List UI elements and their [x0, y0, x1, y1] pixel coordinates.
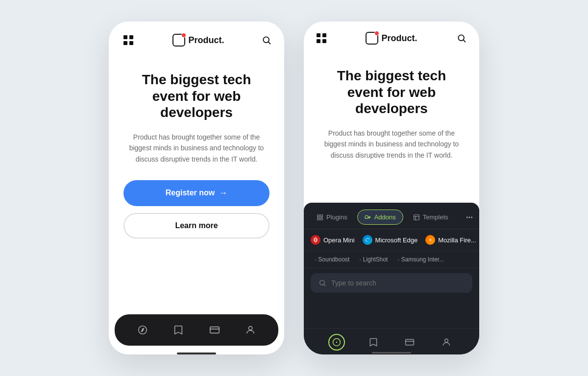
links-row: › Soundboost › LightShot › Samsung Inter…	[304, 251, 479, 268]
link-soundboost[interactable]: › Soundboost	[311, 256, 353, 263]
overlay-nav-card[interactable]	[401, 334, 418, 351]
search-input-overlay[interactable]	[331, 279, 465, 287]
svg-rect-11	[320, 214, 322, 216]
browser-opera[interactable]: Opera Mini	[311, 235, 355, 245]
compass-icon-left	[137, 325, 148, 335]
browser-edge[interactable]: Microsoft Edge	[363, 235, 418, 245]
register-arrow-left: →	[219, 188, 227, 198]
edge-label: Microsoft Edge	[375, 236, 418, 244]
menu-button-left[interactable]	[120, 31, 137, 49]
nav-compass-left[interactable]	[134, 321, 151, 339]
logo-icon-right	[366, 32, 378, 45]
register-button-left[interactable]: Register now →	[123, 180, 270, 206]
tab-plugins[interactable]: Plugins	[310, 210, 354, 224]
home-bar-left	[177, 352, 216, 354]
top-bar-right: Product.	[304, 22, 479, 53]
firefox-logo	[425, 235, 435, 245]
description-left: Product has brought together some of the…	[128, 132, 265, 164]
svg-point-23	[429, 239, 432, 241]
samsung-label: Samsung Inter...	[401, 256, 444, 263]
chevron-soundboost: ›	[315, 257, 316, 262]
svg-point-4	[142, 329, 143, 330]
headline-left: The biggest tech event for web developer…	[123, 71, 270, 121]
nav-person-left[interactable]	[242, 321, 259, 339]
logo-text-right: Product.	[381, 33, 417, 44]
svg-rect-12	[318, 218, 319, 220]
svg-line-25	[324, 284, 325, 286]
svg-rect-28	[406, 339, 414, 345]
content-left: The biggest tech event for web developer…	[109, 57, 284, 306]
search-icon-overlay	[318, 279, 326, 287]
overlay-bottom-nav	[304, 329, 479, 354]
compass-icon-right	[332, 337, 342, 347]
firefox-icon	[427, 237, 433, 243]
nav-card-left[interactable]	[206, 321, 223, 339]
svg-line-9	[464, 40, 466, 42]
chevron-samsung: ›	[397, 257, 399, 262]
svg-line-1	[269, 42, 270, 44]
svg-point-26	[333, 339, 341, 346]
svg-point-18	[466, 217, 467, 218]
link-samsung[interactable]: › Samsung Inter...	[393, 256, 448, 263]
tab-plugins-label: Plugins	[326, 213, 347, 221]
tab-addons[interactable]: Addons	[357, 210, 403, 225]
menu-button-right[interactable]	[315, 31, 328, 45]
overlay-nav-compass[interactable]	[328, 334, 345, 351]
logo-right: Product.	[366, 32, 417, 45]
tab-addons-label: Addons	[374, 213, 396, 221]
bookmark-icon-right	[368, 337, 378, 347]
search-button-left[interactable]	[260, 33, 273, 47]
nav-bookmark-left[interactable]	[170, 321, 187, 339]
svg-point-20	[471, 217, 472, 218]
edge-logo	[363, 235, 372, 245]
more-options-icon	[466, 213, 473, 221]
svg-rect-10	[318, 214, 319, 216]
logo-left: Product.	[172, 34, 224, 47]
left-phone: Product. The biggest tech event for web …	[109, 22, 284, 354]
svg-point-24	[320, 281, 324, 285]
browser-firefox[interactable]: Mozilla Fire...	[425, 235, 476, 245]
learn-more-label-left: Learn more	[175, 221, 218, 230]
svg-point-19	[469, 217, 470, 218]
lightshot-label: LightShot	[363, 256, 388, 263]
browsers-row: Opera Mini Microsoft Edge Mozilla Fir	[304, 229, 479, 251]
tab-templets[interactable]: Templets	[406, 210, 455, 224]
overlay-nav-person[interactable]	[438, 334, 455, 351]
home-bar-overlay	[372, 352, 411, 353]
svg-rect-14	[365, 215, 368, 218]
menu-icon-left	[123, 35, 133, 45]
person-icon-left	[245, 325, 256, 335]
logo-icon-left	[172, 34, 185, 47]
chevron-lightshot: ›	[359, 257, 361, 262]
description-right: Product has brought together some of the…	[323, 128, 460, 161]
overlay-nav-bookmark[interactable]	[365, 334, 382, 351]
top-bar-left: Product.	[109, 22, 284, 57]
svg-rect-13	[320, 218, 322, 220]
svg-point-27	[336, 342, 338, 343]
plugins-icon	[317, 214, 323, 221]
person-icon-right	[441, 337, 451, 347]
search-button-right[interactable]	[455, 31, 468, 45]
more-icon-container	[466, 213, 473, 221]
svg-rect-5	[210, 327, 219, 333]
tab-templets-label: Templets	[423, 213, 448, 221]
opera-logo	[311, 235, 320, 245]
search-icon-right	[457, 33, 466, 43]
opera-icon	[313, 237, 318, 243]
svg-point-21	[314, 238, 318, 242]
overlay-panel: Plugins Addons Templets	[304, 203, 479, 354]
soundboost-label: Soundboost	[318, 256, 349, 263]
overlay-search-bar[interactable]	[311, 273, 472, 293]
learn-more-button-left[interactable]: Learn more	[123, 213, 270, 238]
link-lightshot[interactable]: › LightShot	[355, 256, 392, 263]
bookmark-icon-left	[173, 325, 184, 335]
right-phone: Product. The biggest tech event for web …	[304, 22, 479, 354]
search-icon-left	[262, 35, 271, 45]
svg-point-30	[444, 339, 448, 342]
templets-icon	[413, 214, 420, 221]
svg-rect-15	[414, 214, 419, 220]
logo-text-left: Product.	[188, 35, 224, 46]
bottom-nav-left	[115, 314, 278, 346]
opera-label: Opera Mini	[323, 236, 355, 244]
svg-point-7	[249, 327, 252, 330]
